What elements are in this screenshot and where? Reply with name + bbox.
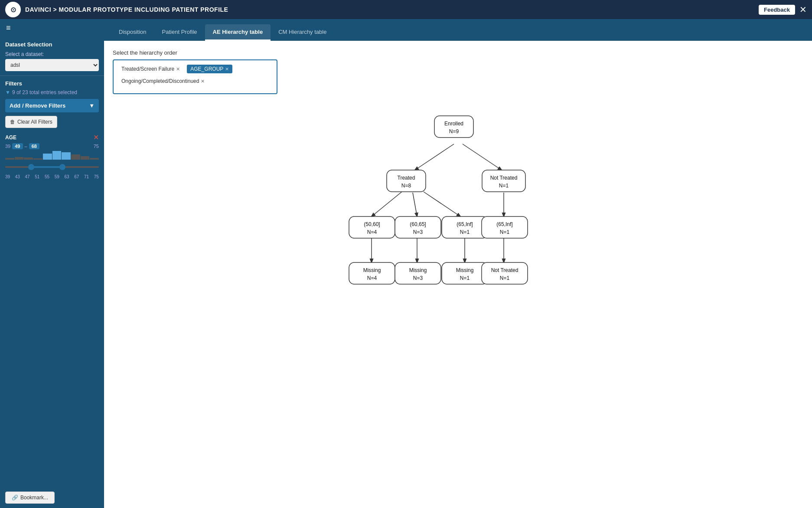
hierarchy-item-0[interactable]: Treated/Screen Failure ✕ [118, 65, 183, 73]
hierarchy-item-1[interactable]: AGE_GROUP ✕ [187, 65, 232, 73]
tabs-bar: Disposition Patient Profile AE Hierarchy… [104, 19, 812, 41]
tree-container: Enrolled N=9 Treated N=8 Not Treated N=1 [113, 103, 803, 320]
hierarchy-item-2-text: Ongoing/Completed/Discontinued [121, 78, 199, 84]
filters-section: Filters ▼ 9 of 23 total entries selected… [0, 76, 104, 184]
dataset-section-title: Dataset Selection [5, 41, 99, 48]
hierarchy-item-2-remove[interactable]: ✕ [201, 79, 205, 84]
hierarchy-item-0-remove[interactable]: ✕ [176, 66, 180, 72]
feedback-button[interactable]: Feedback [759, 5, 795, 15]
hierarchy-item-1-text: AGE_GROUP [190, 66, 223, 72]
node-g65-inf-1-label: (65,Inf] [457, 221, 473, 227]
hierarchy-item-2[interactable]: Ongoing/Completed/Discontinued ✕ [118, 77, 208, 85]
app-title: DaVinci > Modular Prototype including Pa… [25, 6, 228, 13]
node-missing-2-sublabel: N=3 [413, 275, 423, 281]
node-g60-65-sublabel: N=3 [413, 229, 423, 235]
age-max-selected: 68 [29, 143, 39, 149]
node-g60-65: (60,65] N=3 [395, 216, 441, 238]
clear-all-filters-button[interactable]: 🗑 Clear All Filters [5, 116, 57, 128]
node-missing-3-sublabel: N=1 [460, 275, 470, 281]
close-button[interactable]: ✕ [799, 4, 807, 15]
node-not-treated-1: Not Treated N=1 [482, 170, 525, 192]
sidebar: ≡ Dataset Selection Select a dataset: ad… [0, 19, 104, 508]
node-g50-60: (50,60] N=4 [349, 216, 395, 238]
hist-bar-2 [15, 157, 24, 160]
tick-4: 55 [45, 174, 49, 179]
edge-enrolled-not-treated-1 [463, 144, 502, 170]
slider-thumb-min[interactable] [28, 164, 34, 170]
hist-bar-5 [43, 154, 52, 160]
hist-bar-7 [62, 152, 71, 160]
age-max-abs: 75 [94, 144, 99, 149]
node-not-treated-1-sublabel: N=1 [499, 183, 509, 189]
tick-2: 47 [25, 174, 30, 179]
header-left: ⊙ DaVinci > Modular Prototype including … [5, 2, 228, 17]
menu-button[interactable]: ≡ [0, 19, 104, 37]
age-filter-header: AGE ✕ [5, 133, 99, 141]
node-g65-inf-1-sublabel: N=1 [460, 229, 470, 235]
hierarchy-item-0-text: Treated/Screen Failure [121, 66, 174, 72]
node-missing-2-label: Missing [409, 267, 427, 273]
node-g60-65-label: (60,65] [410, 221, 426, 227]
age-range-display: 39 49 – 68 75 [5, 143, 99, 149]
tab-patient-profile-label: Patient Profile [162, 29, 197, 35]
hist-bar-10 [90, 158, 99, 160]
node-enrolled-label: Enrolled [444, 121, 463, 127]
slider-thumb-max[interactable] [59, 164, 65, 170]
dataset-section: Dataset Selection Select a dataset: adsl [0, 37, 104, 76]
hist-bar-3 [24, 157, 33, 160]
add-remove-label: Add / Remove Filters [10, 102, 65, 109]
tab-patient-profile[interactable]: Patient Profile [154, 24, 205, 41]
tick-7: 67 [74, 174, 79, 179]
hierarchy-select-box[interactable]: Treated/Screen Failure ✕ AGE_GROUP ✕ Ong… [113, 59, 277, 94]
dataset-select-label: Select a dataset: [5, 51, 99, 57]
node-g65-inf-1: (65,Inf] N=1 [442, 216, 488, 238]
tick-5: 59 [55, 174, 59, 179]
node-treated-sublabel: N=8 [401, 183, 411, 189]
tab-disposition[interactable]: Disposition [111, 24, 154, 41]
age-filter-label: AGE [5, 134, 16, 141]
add-remove-filters-button[interactable]: Add / Remove Filters ▼ [5, 99, 99, 112]
header-right: Feedback ✕ [759, 4, 807, 15]
node-missing-1: Missing N=4 [349, 262, 395, 284]
filters-title: Filters [5, 80, 99, 87]
node-missing-3: Missing N=1 [442, 262, 488, 284]
hierarchy-order-label: Select the hierarchy order [113, 49, 803, 56]
node-treated-label: Treated [397, 175, 415, 181]
logo-icon: ⊙ [10, 6, 16, 14]
tick-1: 43 [15, 174, 20, 179]
node-missing-2: Missing N=3 [395, 262, 441, 284]
age-slider[interactable] [5, 161, 99, 174]
dataset-select[interactable]: adsl [5, 59, 99, 71]
hist-bar-4 [33, 158, 42, 160]
tick-9: 75 [94, 174, 99, 179]
tab-disposition-label: Disposition [119, 29, 147, 35]
node-g65-inf-2-label: (65,Inf] [496, 221, 512, 227]
tab-cm-hierarchy[interactable]: CM Hierarchy table [271, 24, 334, 41]
tab-cm-hierarchy-label: CM Hierarchy table [278, 29, 326, 35]
bookmark-button[interactable]: 🔗 Bookmark... [5, 492, 55, 504]
hist-bar-6 [52, 151, 62, 160]
node-missing-1-label: Missing [363, 267, 381, 273]
age-filter: AGE ✕ 39 49 – 68 75 [5, 133, 99, 179]
hist-bar-1 [5, 158, 14, 160]
node-treated: Treated N=8 [387, 170, 426, 192]
node-not-treated-1-label: Not Treated [490, 175, 517, 181]
hist-bar-9 [81, 156, 90, 160]
age-histogram [5, 151, 99, 160]
age-range-sep: – [25, 144, 27, 149]
tab-ae-hierarchy[interactable]: AE Hierarchy table [205, 24, 271, 41]
dropdown-arrow-icon: ▼ [89, 102, 95, 109]
hierarchy-item-1-remove[interactable]: ✕ [225, 66, 229, 72]
tick-6: 63 [65, 174, 69, 179]
age-filter-remove-button[interactable]: ✕ [93, 133, 99, 141]
hist-bar-8 [71, 154, 80, 160]
node-missing-1-sublabel: N=4 [367, 275, 377, 281]
main-content: Disposition Patient Profile AE Hierarchy… [104, 19, 812, 508]
bookmark-section: 🔗 Bookmark... [0, 487, 104, 508]
node-g50-60-sublabel: N=4 [367, 229, 377, 235]
tree-diagram: Enrolled N=9 Treated N=8 Not Treated N=1 [307, 103, 610, 320]
tick-8: 71 [84, 174, 89, 179]
app-body: ≡ Dataset Selection Select a dataset: ad… [0, 19, 812, 508]
node-not-treated-2-sublabel: N=1 [499, 275, 509, 281]
filter-count: ▼ 9 of 23 total entries selected [5, 89, 99, 95]
